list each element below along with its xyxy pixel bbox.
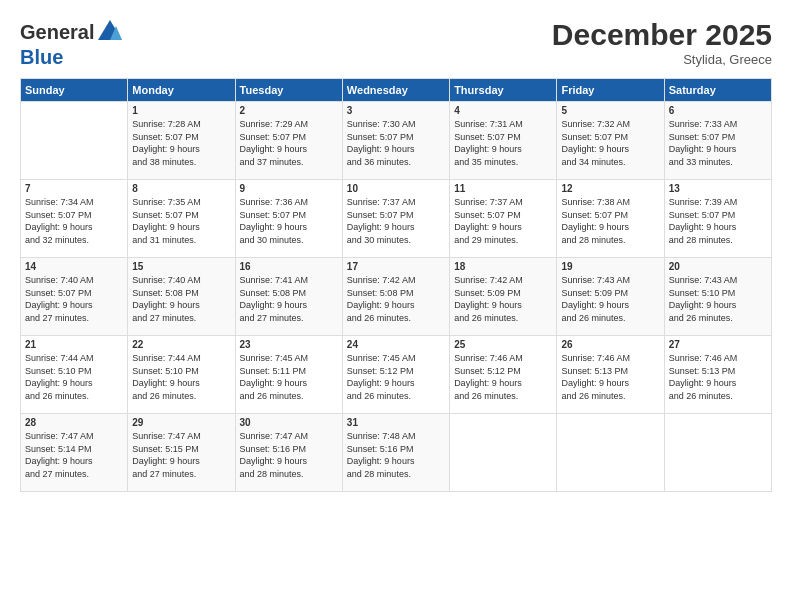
day-info: Sunrise: 7:41 AM Sunset: 5:08 PM Dayligh… bbox=[240, 274, 338, 324]
day-header-friday: Friday bbox=[557, 79, 664, 102]
day-number: 14 bbox=[25, 261, 123, 272]
day-number: 11 bbox=[454, 183, 552, 194]
day-number: 29 bbox=[132, 417, 230, 428]
day-info: Sunrise: 7:29 AM Sunset: 5:07 PM Dayligh… bbox=[240, 118, 338, 168]
day-info: Sunrise: 7:32 AM Sunset: 5:07 PM Dayligh… bbox=[561, 118, 659, 168]
month-title: December 2025 bbox=[552, 18, 772, 52]
calendar-cell: 31Sunrise: 7:48 AM Sunset: 5:16 PM Dayli… bbox=[342, 414, 449, 492]
calendar-cell: 14Sunrise: 7:40 AM Sunset: 5:07 PM Dayli… bbox=[21, 258, 128, 336]
day-info: Sunrise: 7:40 AM Sunset: 5:07 PM Dayligh… bbox=[25, 274, 123, 324]
day-info: Sunrise: 7:46 AM Sunset: 5:13 PM Dayligh… bbox=[669, 352, 767, 402]
day-number: 23 bbox=[240, 339, 338, 350]
day-number: 3 bbox=[347, 105, 445, 116]
day-info: Sunrise: 7:37 AM Sunset: 5:07 PM Dayligh… bbox=[454, 196, 552, 246]
calendar-cell bbox=[21, 102, 128, 180]
day-number: 1 bbox=[132, 105, 230, 116]
day-info: Sunrise: 7:43 AM Sunset: 5:09 PM Dayligh… bbox=[561, 274, 659, 324]
calendar-cell: 16Sunrise: 7:41 AM Sunset: 5:08 PM Dayli… bbox=[235, 258, 342, 336]
header-row: SundayMondayTuesdayWednesdayThursdayFrid… bbox=[21, 79, 772, 102]
week-row-1: 7Sunrise: 7:34 AM Sunset: 5:07 PM Daylig… bbox=[21, 180, 772, 258]
day-number: 25 bbox=[454, 339, 552, 350]
day-number: 17 bbox=[347, 261, 445, 272]
day-header-sunday: Sunday bbox=[21, 79, 128, 102]
calendar-cell: 25Sunrise: 7:46 AM Sunset: 5:12 PM Dayli… bbox=[450, 336, 557, 414]
day-number: 28 bbox=[25, 417, 123, 428]
calendar-cell: 15Sunrise: 7:40 AM Sunset: 5:08 PM Dayli… bbox=[128, 258, 235, 336]
calendar-cell: 6Sunrise: 7:33 AM Sunset: 5:07 PM Daylig… bbox=[664, 102, 771, 180]
header: General Blue December 2025 Stylida, Gree… bbox=[20, 18, 772, 68]
day-number: 4 bbox=[454, 105, 552, 116]
day-info: Sunrise: 7:34 AM Sunset: 5:07 PM Dayligh… bbox=[25, 196, 123, 246]
day-info: Sunrise: 7:33 AM Sunset: 5:07 PM Dayligh… bbox=[669, 118, 767, 168]
week-row-3: 21Sunrise: 7:44 AM Sunset: 5:10 PM Dayli… bbox=[21, 336, 772, 414]
day-number: 8 bbox=[132, 183, 230, 194]
calendar-cell: 13Sunrise: 7:39 AM Sunset: 5:07 PM Dayli… bbox=[664, 180, 771, 258]
day-number: 2 bbox=[240, 105, 338, 116]
day-number: 24 bbox=[347, 339, 445, 350]
calendar-cell: 11Sunrise: 7:37 AM Sunset: 5:07 PM Dayli… bbox=[450, 180, 557, 258]
day-header-monday: Monday bbox=[128, 79, 235, 102]
logo: General Blue bbox=[20, 18, 124, 68]
day-info: Sunrise: 7:30 AM Sunset: 5:07 PM Dayligh… bbox=[347, 118, 445, 168]
day-header-saturday: Saturday bbox=[664, 79, 771, 102]
day-info: Sunrise: 7:37 AM Sunset: 5:07 PM Dayligh… bbox=[347, 196, 445, 246]
logo-icon bbox=[96, 18, 124, 46]
day-info: Sunrise: 7:47 AM Sunset: 5:15 PM Dayligh… bbox=[132, 430, 230, 480]
day-number: 18 bbox=[454, 261, 552, 272]
calendar-cell: 30Sunrise: 7:47 AM Sunset: 5:16 PM Dayli… bbox=[235, 414, 342, 492]
calendar-cell: 1Sunrise: 7:28 AM Sunset: 5:07 PM Daylig… bbox=[128, 102, 235, 180]
calendar-cell: 19Sunrise: 7:43 AM Sunset: 5:09 PM Dayli… bbox=[557, 258, 664, 336]
day-number: 31 bbox=[347, 417, 445, 428]
week-row-0: 1Sunrise: 7:28 AM Sunset: 5:07 PM Daylig… bbox=[21, 102, 772, 180]
day-number: 15 bbox=[132, 261, 230, 272]
day-number: 13 bbox=[669, 183, 767, 194]
day-number: 26 bbox=[561, 339, 659, 350]
calendar-cell: 21Sunrise: 7:44 AM Sunset: 5:10 PM Dayli… bbox=[21, 336, 128, 414]
day-number: 9 bbox=[240, 183, 338, 194]
day-info: Sunrise: 7:43 AM Sunset: 5:10 PM Dayligh… bbox=[669, 274, 767, 324]
day-info: Sunrise: 7:36 AM Sunset: 5:07 PM Dayligh… bbox=[240, 196, 338, 246]
day-info: Sunrise: 7:35 AM Sunset: 5:07 PM Dayligh… bbox=[132, 196, 230, 246]
calendar-cell: 20Sunrise: 7:43 AM Sunset: 5:10 PM Dayli… bbox=[664, 258, 771, 336]
calendar-cell: 28Sunrise: 7:47 AM Sunset: 5:14 PM Dayli… bbox=[21, 414, 128, 492]
day-info: Sunrise: 7:45 AM Sunset: 5:12 PM Dayligh… bbox=[347, 352, 445, 402]
calendar-cell: 24Sunrise: 7:45 AM Sunset: 5:12 PM Dayli… bbox=[342, 336, 449, 414]
calendar-cell: 2Sunrise: 7:29 AM Sunset: 5:07 PM Daylig… bbox=[235, 102, 342, 180]
calendar-cell: 29Sunrise: 7:47 AM Sunset: 5:15 PM Dayli… bbox=[128, 414, 235, 492]
day-info: Sunrise: 7:40 AM Sunset: 5:08 PM Dayligh… bbox=[132, 274, 230, 324]
calendar-cell: 3Sunrise: 7:30 AM Sunset: 5:07 PM Daylig… bbox=[342, 102, 449, 180]
calendar-cell: 17Sunrise: 7:42 AM Sunset: 5:08 PM Dayli… bbox=[342, 258, 449, 336]
day-info: Sunrise: 7:28 AM Sunset: 5:07 PM Dayligh… bbox=[132, 118, 230, 168]
page: General Blue December 2025 Stylida, Gree… bbox=[0, 0, 792, 612]
day-number: 19 bbox=[561, 261, 659, 272]
day-info: Sunrise: 7:45 AM Sunset: 5:11 PM Dayligh… bbox=[240, 352, 338, 402]
day-info: Sunrise: 7:44 AM Sunset: 5:10 PM Dayligh… bbox=[25, 352, 123, 402]
day-header-wednesday: Wednesday bbox=[342, 79, 449, 102]
title-block: December 2025 Stylida, Greece bbox=[552, 18, 772, 67]
calendar-cell: 7Sunrise: 7:34 AM Sunset: 5:07 PM Daylig… bbox=[21, 180, 128, 258]
day-number: 16 bbox=[240, 261, 338, 272]
calendar-cell bbox=[450, 414, 557, 492]
day-info: Sunrise: 7:38 AM Sunset: 5:07 PM Dayligh… bbox=[561, 196, 659, 246]
logo-blue: Blue bbox=[20, 46, 124, 68]
day-info: Sunrise: 7:48 AM Sunset: 5:16 PM Dayligh… bbox=[347, 430, 445, 480]
calendar-cell: 27Sunrise: 7:46 AM Sunset: 5:13 PM Dayli… bbox=[664, 336, 771, 414]
day-number: 27 bbox=[669, 339, 767, 350]
logo-general: General bbox=[20, 21, 94, 43]
day-number: 7 bbox=[25, 183, 123, 194]
day-info: Sunrise: 7:39 AM Sunset: 5:07 PM Dayligh… bbox=[669, 196, 767, 246]
day-info: Sunrise: 7:42 AM Sunset: 5:08 PM Dayligh… bbox=[347, 274, 445, 324]
calendar-cell: 26Sunrise: 7:46 AM Sunset: 5:13 PM Dayli… bbox=[557, 336, 664, 414]
day-number: 10 bbox=[347, 183, 445, 194]
calendar-cell: 9Sunrise: 7:36 AM Sunset: 5:07 PM Daylig… bbox=[235, 180, 342, 258]
day-number: 12 bbox=[561, 183, 659, 194]
calendar-cell: 10Sunrise: 7:37 AM Sunset: 5:07 PM Dayli… bbox=[342, 180, 449, 258]
calendar-cell: 18Sunrise: 7:42 AM Sunset: 5:09 PM Dayli… bbox=[450, 258, 557, 336]
day-number: 30 bbox=[240, 417, 338, 428]
day-info: Sunrise: 7:42 AM Sunset: 5:09 PM Dayligh… bbox=[454, 274, 552, 324]
day-number: 21 bbox=[25, 339, 123, 350]
day-number: 5 bbox=[561, 105, 659, 116]
calendar-cell: 4Sunrise: 7:31 AM Sunset: 5:07 PM Daylig… bbox=[450, 102, 557, 180]
calendar-cell: 5Sunrise: 7:32 AM Sunset: 5:07 PM Daylig… bbox=[557, 102, 664, 180]
day-info: Sunrise: 7:46 AM Sunset: 5:13 PM Dayligh… bbox=[561, 352, 659, 402]
